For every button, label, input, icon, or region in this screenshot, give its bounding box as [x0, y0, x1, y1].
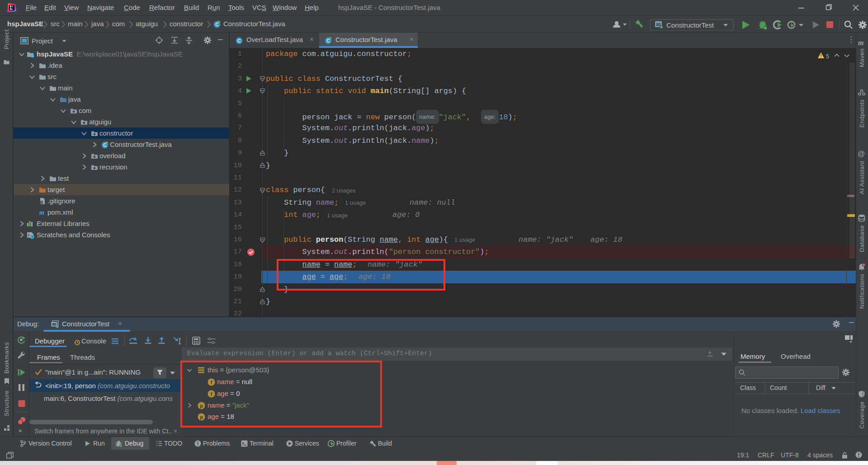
svg-text:m: m [39, 209, 44, 216]
svg-text:C: C [237, 38, 241, 43]
svg-text:5: 5 [826, 53, 829, 60]
svg-text:ConstructorTest: ConstructorTest [666, 21, 714, 29]
